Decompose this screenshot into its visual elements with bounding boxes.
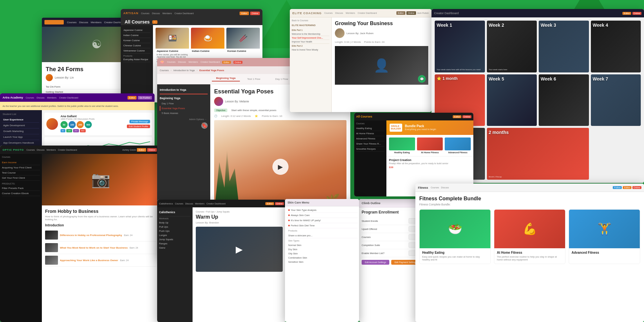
calis-online-btn[interactable]: Online (275, 202, 284, 205)
weekly-editor-btn[interactable]: Editor (622, 12, 631, 15)
week-1-card[interactable]: Week 1 Your week starts here with all th… (435, 21, 485, 72)
photo-lesson-2[interactable]: What You Most Need to Work on to Start Y… (45, 242, 156, 254)
fitness-course-1[interactable]: 🥗 Healthy Eating Easy and quick recipes … (419, 209, 491, 264)
cuisine-editor-btn[interactable]: Editor (240, 12, 249, 15)
business-item-4[interactable]: How to Invest Time Wisely (292, 48, 329, 52)
yoga-bc-1[interactable]: Courses (160, 69, 169, 72)
cuisine-online-btn[interactable]: Online (250, 12, 260, 15)
nav-discuss[interactable]: Discuss (79, 21, 88, 24)
calis-editor-btn[interactable]: Editor (265, 202, 274, 205)
week-4-card[interactable]: Week 4 (591, 21, 641, 72)
photo-editor-btn[interactable]: Editor (137, 148, 146, 152)
academy-message-btn[interactable]: Private Message (129, 120, 150, 123)
calis-item-3[interactable]: Push Ups (159, 229, 191, 233)
photo-side-6[interactable]: Course Creation Ebook (2, 191, 40, 196)
bundle-online-btn[interactable]: Online (462, 115, 471, 118)
yoga-tab-beginning[interactable]: Beginning Yoga (212, 77, 240, 81)
photo-side-5[interactable]: Filter Presets Pack (2, 186, 40, 191)
cuisine-side-5[interactable]: Vietnamese Cuisine (123, 48, 150, 53)
weekly-online-btn[interactable]: Online (632, 12, 641, 15)
bundle-mini-3[interactable]: Advanced Fitness (445, 137, 471, 154)
nav-members[interactable]: Members (91, 21, 101, 24)
calis-item-6[interactable]: Ranges (159, 242, 191, 246)
calis-item-4[interactable]: Lunges (159, 233, 191, 237)
calis-item-2[interactable]: Pull Ups (159, 225, 191, 229)
business-online-btn[interactable]: Online (406, 11, 416, 15)
business-chat-icon[interactable]: 💬 (418, 75, 426, 83)
cuisine-side-4[interactable]: Chinese Cuisine (123, 43, 150, 48)
yoga-bc-2[interactable]: Introduction to Yoga (173, 69, 194, 72)
fitness-follow-btn[interactable]: Follow (613, 186, 622, 189)
course-japanese[interactable]: 🍱 Japanese Cuisine In this course, you w… (156, 28, 189, 62)
yoga-bookmark-icon[interactable]: 🔖 (201, 122, 208, 129)
fitness-course-2[interactable]: 💪 At Home Fitness The perfect exercise r… (494, 209, 565, 264)
calis-item-7[interactable]: Gainz (159, 246, 191, 250)
business-video[interactable]: 👤 💬 (335, 46, 428, 85)
yoga-nav-intro[interactable]: Introduction to Yoga (160, 87, 208, 93)
course-korean[interactable]: 🥢 Korean Cuisine (226, 28, 260, 62)
course-indian[interactable]: 🍛 Indian Cuisine (191, 28, 224, 62)
skin-sensitive[interactable]: Sensitive Skin (286, 260, 358, 264)
cuisine-side-2[interactable]: Indian Cuisine (123, 33, 150, 38)
skin-oily[interactable]: Oily Skin (286, 251, 358, 256)
fitness-editor-btn[interactable]: Editor (623, 186, 631, 189)
week-5-card[interactable]: Week 5 (487, 74, 537, 126)
cuisine-side-1[interactable]: Japanese Cuisine (123, 28, 150, 33)
academy-side-1[interactable]: User Experience (3, 117, 39, 123)
nav-courses[interactable]: Courses (67, 21, 77, 24)
week-7-card[interactable]: Week 7 (591, 74, 641, 126)
yoga-play-button[interactable]: ▶ (272, 159, 289, 175)
skin-combo[interactable]: Combination Skin (286, 256, 358, 260)
yoga-nav-beginning[interactable]: Beginning Yoga (160, 95, 208, 101)
skin-item-1[interactable]: Your Skin Type Analysis (286, 208, 358, 213)
photo-side-4[interactable]: Get Your First Client (2, 175, 40, 181)
cuisine-add-btn[interactable]: + (152, 20, 157, 24)
cuisine-side-6[interactable]: Everyday Asian Recipe (123, 57, 150, 62)
week-3-card[interactable]: Week 3 (539, 21, 589, 72)
bundle-side-1[interactable]: Healthy Eating (356, 126, 384, 131)
yoga-nav-item-2[interactable]: Essential Yoga Poses (160, 106, 208, 111)
skin-item-2[interactable]: Always Skin Care (286, 213, 358, 218)
yoga-nav-item-3[interactable]: 5 Basic Asanas (160, 111, 208, 116)
fitness-course-3[interactable]: 🏋️ Advanced Fitness (569, 209, 640, 264)
photo-lesson-1[interactable]: Differences in Hobby vs Professional Pho… (45, 229, 156, 242)
academy-profile-btn[interactable]: Edit Student Profile (127, 125, 150, 128)
bundle-mini-2[interactable]: At Home Fitness (417, 137, 443, 154)
calis-item-5[interactable]: Jump Squats (159, 237, 191, 242)
photo-side-2[interactable]: Acquiring Your First Client (2, 165, 40, 170)
bundle-editor-btn[interactable]: Editor (453, 115, 461, 118)
academy-side-5[interactable]: App Developers Handbook (3, 140, 39, 146)
photo-online-btn[interactable]: Online (147, 148, 157, 152)
week-6-card[interactable]: Week 6 (539, 74, 589, 126)
bundle-side-3[interactable]: Advanced Fitness (356, 136, 384, 141)
yoga-tab-test1[interactable]: Test 1 Flow (240, 78, 268, 80)
bundle-side-4[interactable]: Share Your Fitness R... (356, 141, 384, 147)
bundle-mini-1[interactable]: Healthy Eating (389, 137, 415, 154)
skin-item-5[interactable]: Share a skincare pro... (286, 233, 358, 238)
calis-item-1[interactable]: Body Up (159, 221, 191, 225)
climb-account-btn[interactable]: Edit Account Settings (362, 260, 389, 265)
month-2-card[interactable]: 2 months Month 2 Recap (487, 128, 589, 180)
cuisine-side-3[interactable]: Korean Cuisine (123, 38, 150, 43)
business-item-3[interactable]: Improve Your Health (292, 40, 329, 44)
fitness-online-btn[interactable]: Online (632, 186, 641, 189)
business-item-2[interactable]: Your Self Improvement Che... (292, 36, 329, 40)
yoga-admin-options[interactable]: Admin Options ··· (160, 118, 208, 120)
bundle-side-5[interactable]: Smoothie Recipes (356, 147, 384, 152)
week-2-card[interactable]: Week 2 Your week starts here (487, 21, 537, 72)
photo-side-1[interactable]: Earn Income (2, 160, 40, 165)
business-item-1[interactable]: Welcome to the Membership (292, 32, 329, 36)
skin-normal[interactable]: Normal Skin (286, 243, 358, 247)
skin-item-4[interactable]: Perfect Skin Diet Time (286, 223, 358, 228)
academy-side-2[interactable]: Agile Development (3, 123, 39, 128)
academy-side-4[interactable]: Launch Your App (3, 134, 39, 140)
calis-video[interactable]: ▶ (196, 227, 283, 272)
photo-lesson-3[interactable]: Approaching Your Work Like a Business Ow… (45, 254, 156, 267)
skin-dry[interactable]: Dry Skin (286, 247, 358, 251)
academy-editor-btn[interactable]: Editor (128, 96, 137, 99)
yoga-nav-item-1[interactable]: Day 1 Flow (160, 101, 208, 106)
bundle-side-2[interactable]: At Home Fitness (356, 131, 384, 136)
skin-item-3[interactable]: It's time for MAKE UP party! (286, 218, 358, 223)
photo-side-3[interactable]: Test Course (2, 170, 40, 175)
business-editor-btn[interactable]: Editor (396, 11, 405, 15)
